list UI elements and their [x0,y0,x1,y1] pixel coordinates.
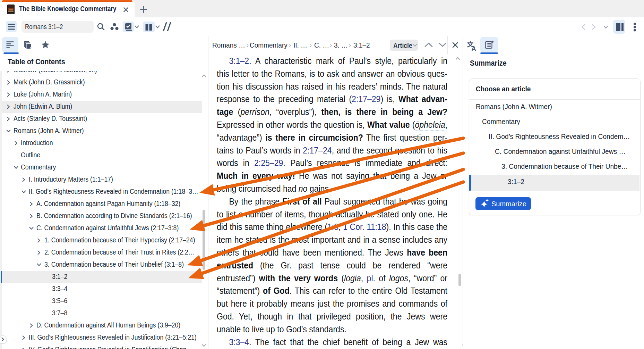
svg-text:A: A [472,45,476,51]
